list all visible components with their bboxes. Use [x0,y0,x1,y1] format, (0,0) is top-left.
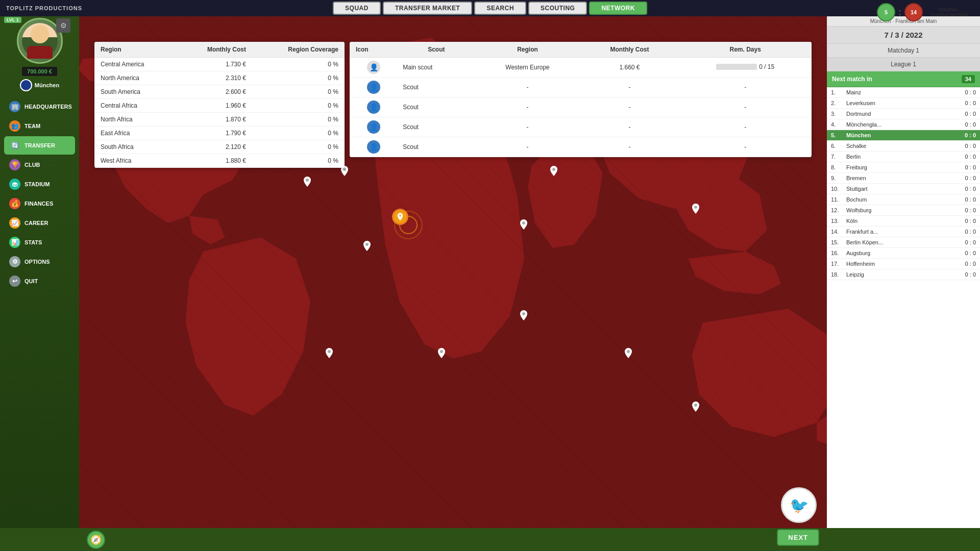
svg-point-12 [328,350,331,353]
league-pos: 1. [831,89,846,95]
player-avatar [17,18,63,64]
league-row[interactable]: 4. Mönchengla... 0 : 0 [827,119,980,130]
region-row[interactable]: North Africa 1.870 € 0 % [94,113,345,127]
club-logo-icon [20,79,32,91]
sidebar-item-label-headquarters: HEADQUARTERS [24,104,72,110]
scout-active-pin [392,209,408,225]
league-team-name: Stuttgart [846,186,950,192]
money-display: 700.000 € [22,67,57,76]
scout-row[interactable]: 👤 Scout - - - [350,117,812,137]
league-row[interactable]: 9. Bremen 0 : 0 [827,173,980,184]
team-icon: 👥 [9,120,20,132]
svg-point-13 [694,404,697,407]
scout-row[interactable]: 👤 Scout - - - [350,97,812,117]
region-row[interactable]: North America 2.310 € 0 % [94,71,345,85]
league-pos: 3. [831,111,846,117]
league-pos: 5. [831,132,846,138]
region-row[interactable]: East Africa 1.790 € 0 % [94,127,345,140]
scout-panel: Icon Scout Region Monthly Cost Rem. Days… [350,42,812,157]
league-score: 0 : 0 [950,196,976,203]
map-pin-seasia [625,348,632,360]
scout-row[interactable]: 👤 Scout - - - [350,78,812,97]
region-cost: 2.310 € [177,71,252,85]
finances-icon: 💰 [9,198,20,209]
scout-days-empty: - [744,104,746,111]
settings-icon-top[interactable]: ⚙ [56,18,70,33]
league-row[interactable]: 1. Mainz 0 : 0 [827,87,980,98]
tab-network[interactable]: NETWORK [589,2,647,15]
league-row[interactable]: 17. Hoffenheim 0 : 0 [827,259,980,269]
league-row[interactable]: 15. Berlin Köpen... 0 : 0 [827,237,980,248]
tab-squad[interactable]: SQUAD [333,2,381,15]
region-row[interactable]: Central America 1.730 € 0 % [94,58,345,71]
sidebar-item-club[interactable]: 🏆 CLUB [4,156,75,174]
sidebar-item-transfer[interactable]: 🔄 TRANSFER [4,136,75,155]
league-row[interactable]: 10. Stuttgart 0 : 0 [827,184,980,194]
scout-days-empty: - [744,143,746,151]
league-row[interactable]: 11. Bochum 0 : 0 [827,194,980,205]
sidebar-item-stats[interactable]: 📊 STATS [4,233,75,252]
region-name: North America [94,71,177,85]
map-pin-eastasia [692,204,699,216]
league-row[interactable]: 13. Köln 0 : 0 [827,216,980,227]
progress-bar [716,64,757,70]
region-coverage: 0 % [252,154,345,168]
league-row[interactable]: 6. Schalke 0 : 0 [827,141,980,152]
sidebar-item-career[interactable]: 📈 CAREER [4,214,75,232]
league-pos: 17. [831,261,846,267]
sidebar-item-stadium[interactable]: 🏟 STADIUM [4,175,75,193]
sidebar-item-headquarters[interactable]: 🏢 HEADQUARTERS [4,97,75,116]
region-cost: 1.880 € [177,154,252,168]
league-pos: 8. [831,164,846,170]
scout-icon-blue: 👤 [367,140,380,154]
league-row[interactable]: 2. Leverkusen 0 : 0 [827,98,980,109]
scout-cost-cell: - [580,78,679,97]
club-name: München [35,82,59,88]
league-row[interactable]: 16. Augsburg 0 : 0 [827,248,980,259]
region-coverage: 0 % [252,127,345,140]
region-coverage: 0 % [252,71,345,85]
league-row[interactable]: 18. Leipzig 0 : 0 [827,269,980,280]
league-pos: 7. [831,154,846,160]
league-pos: 14. [831,229,846,235]
sidebar-item-quit[interactable]: ↩ QUIT [4,272,75,290]
mascot: 🐦 [776,482,822,528]
team2-badge: 14 [904,3,923,21]
region-row[interactable]: South Africa 2.120 € 0 % [94,140,345,154]
sidebar-item-finances[interactable]: 💰 FINANCES [4,194,75,213]
league-team-name: Bremen [846,175,950,181]
region-cost: 1.870 € [177,113,252,127]
region-coverage: 0 % [252,58,345,71]
svg-point-10 [365,243,369,246]
compass-button[interactable]: 🧭 [87,531,105,549]
league-row[interactable]: 7. Berlin 0 : 0 [827,152,980,162]
progress-text: 0 / 15 [759,63,774,70]
region-row[interactable]: Central Africa 1.960 € 0 % [94,99,345,113]
tab-search[interactable]: SEARCH [474,2,526,15]
scout-icon-col-header: Icon [350,42,398,58]
scout-row[interactable]: 👤 Main scout Western Europe 1.660 € 0 / … [350,58,812,78]
next-button[interactable]: NEXT [777,529,819,546]
league-row[interactable]: 12. Wolfsburg 0 : 0 [827,205,980,216]
region-row[interactable]: South America 2.600 € 0 % [94,85,345,99]
scout-days-cell: - [679,117,812,137]
league-score: 0 : 0 [950,164,976,170]
scout-name-cell: Main scout [398,58,475,78]
league-row[interactable]: 5. München 0 : 0 [827,130,980,141]
map-pin-eastafrica [520,310,527,322]
scout-icon-cell: 👤 [350,58,398,78]
tab-scouting[interactable]: SCOUTING [528,2,587,15]
league-row[interactable]: 14. Frankfurt a... 0 : 0 [827,227,980,237]
sidebar-item-options[interactable]: ⚙ OPTIONS [4,253,75,271]
league-row[interactable]: 8. Freiburg 0 : 0 [827,162,980,173]
league-pos: 9. [831,175,846,181]
sidebar-item-team[interactable]: 👥 TEAM [4,117,75,135]
league-row[interactable]: 3. Dortmund 0 : 0 [827,109,980,119]
scout-name-cell: Scout [398,137,475,157]
scout-row[interactable]: 👤 Scout - - - [350,137,812,157]
region-row[interactable]: West Africa 1.880 € 0 % [94,154,345,168]
map-pin-europe [341,166,348,178]
scout-region-cell: - [475,137,580,157]
region-name: Central Africa [94,99,177,113]
tab-transfer-market[interactable]: TRANSFER MARKET [383,2,473,15]
